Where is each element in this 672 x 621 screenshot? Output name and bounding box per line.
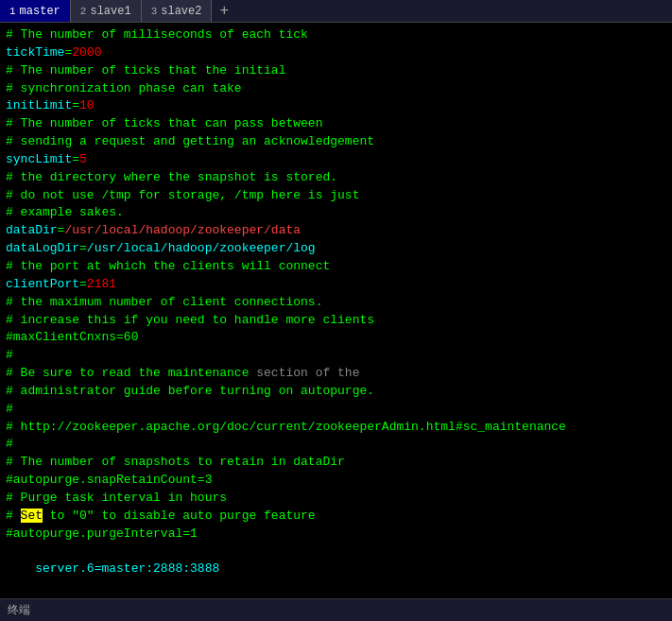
tab-label-slave2: slave2: [161, 5, 201, 18]
line-8: syncLimit=5: [6, 151, 666, 169]
line-11: # example sakes.: [6, 204, 666, 222]
line-28: # Set to "0" to disable auto purge featu…: [6, 508, 666, 526]
line-31: server.2=slave1:2888:3888 master机的值设置为6，…: [6, 596, 666, 598]
line-9: # the directory where the snapshot is st…: [6, 169, 666, 187]
line-20: # Be sure to read the maintenance sectio…: [6, 365, 666, 383]
line-30: server.6=master:2888:3888: [6, 543, 666, 596]
tab-number-2: 2: [80, 6, 87, 17]
tab-label-slave1: slave1: [90, 5, 130, 18]
tab-master[interactable]: 1 master: [0, 0, 71, 22]
line-5: initLimit=10: [6, 97, 666, 115]
tab-number-3: 3: [151, 6, 158, 17]
line-29: #autopurge.purgeInterval=1: [6, 526, 666, 543]
tab-add-button[interactable]: +: [212, 0, 236, 22]
line-10: # do not use /tmp for storage, /tmp here…: [6, 187, 666, 205]
terminal: # The number of milliseconds of each tic…: [0, 23, 672, 598]
line-27: # Purge task interval in hours: [6, 490, 666, 508]
line-23: # http://zookeeper.apache.org/doc/curren…: [6, 419, 666, 437]
line-16: # the maximum number of client connectio…: [6, 294, 666, 312]
line-17: # increase this if you need to handle mo…: [6, 312, 666, 330]
annotation-text: master机的值设置为6，跟接下来的自定义有关: [218, 596, 510, 598]
tab-number-1: 1: [9, 6, 16, 17]
line-1: # The number of milliseconds of each tic…: [6, 26, 666, 44]
tab-bar: 1 master 2 slave1 3 slave2 +: [0, 0, 672, 23]
line-4: # synchronization phase can take: [6, 80, 666, 98]
line-7: # sending a request and getting an ackno…: [6, 133, 666, 151]
line-21: # administrator guide before turning on …: [6, 383, 666, 401]
line-2: tickTime=2000: [6, 44, 666, 62]
line-19: #: [6, 347, 666, 365]
tab-slave1[interactable]: 2 slave1: [71, 0, 142, 22]
statusbar-label: 终端: [8, 602, 30, 618]
line-14: # the port at which the clients will con…: [6, 258, 666, 276]
statusbar: 终端: [0, 598, 672, 621]
tab-label-master: master: [20, 5, 60, 18]
line-3: # The number of ticks that the initial: [6, 62, 666, 80]
line-13: dataLogDir=/usr/local/hadoop/zookeeper/l…: [6, 240, 666, 258]
line-22: #: [6, 401, 666, 419]
line-26: #autopurge.snapRetainCount=3: [6, 472, 666, 490]
line-12: dataDir=/usr/local/hadoop/zookeeper/data: [6, 222, 666, 240]
line-15: clientPort=2181: [6, 276, 666, 294]
line-25: # The number of snapshots to retain in d…: [6, 454, 666, 472]
tab-slave2[interactable]: 3 slave2: [142, 0, 213, 22]
line-24: #: [6, 436, 666, 454]
line-18: #maxClientCnxns=60: [6, 329, 666, 347]
line-6: # The number of ticks that can pass betw…: [6, 115, 666, 133]
